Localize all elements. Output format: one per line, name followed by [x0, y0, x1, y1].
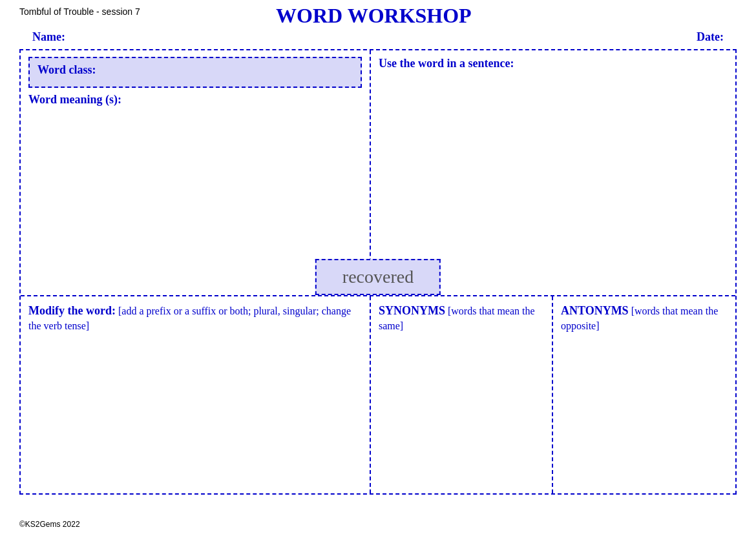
name-label: Name:: [32, 30, 65, 44]
synonyms-bold: SYNONYMS: [379, 304, 445, 317]
page: Tombful of Trouble - session 7 WORD WORK…: [0, 0, 756, 534]
antonyms-bold: ANTONYMS: [561, 304, 629, 317]
center-word-container: recovered: [315, 259, 441, 295]
bottom-middle: SYNONYMS [words that mean the same]: [371, 296, 553, 493]
word-meaning-label: Word meaning (s):: [28, 93, 121, 106]
word-meaning-area: Word meaning (s):: [28, 93, 362, 107]
session-title: Tombful of Trouble - session 7: [19, 6, 140, 17]
use-word-label: Use the word in a sentence:: [379, 57, 514, 70]
center-word-text: recovered: [342, 267, 414, 287]
footer: ©KS2Gems 2022: [19, 520, 80, 529]
word-class-box: Word class:: [28, 57, 362, 88]
modify-bold: Modify the word:: [28, 304, 116, 317]
antonyms-label: ANTONYMS [words that mean the opposite]: [561, 303, 728, 334]
top-bar: Tombful of Trouble - session 7 WORD WORK…: [19, 6, 737, 28]
bottom-right: ANTONYMS [words that mean the opposite]: [553, 296, 735, 493]
main-table: Word class: Word meaning (s): Use the wo…: [19, 49, 737, 495]
name-date-row: Name: Date:: [19, 30, 737, 44]
date-label: Date:: [697, 30, 724, 44]
center-word-box: recovered: [315, 259, 441, 295]
top-section: Word class: Word meaning (s): Use the wo…: [21, 50, 735, 296]
synonyms-label: SYNONYMS [words that mean the same]: [379, 303, 544, 334]
word-class-label: Word class:: [37, 63, 96, 76]
bottom-section: Modify the word: [add a prefix or a suff…: [21, 296, 735, 493]
modify-label: Modify the word: [add a prefix or a suff…: [28, 303, 362, 334]
bottom-left: Modify the word: [add a prefix or a suff…: [21, 296, 371, 493]
main-title: WORD WORKSHOP: [140, 4, 607, 28]
copyright-text: ©KS2Gems 2022: [19, 520, 80, 529]
